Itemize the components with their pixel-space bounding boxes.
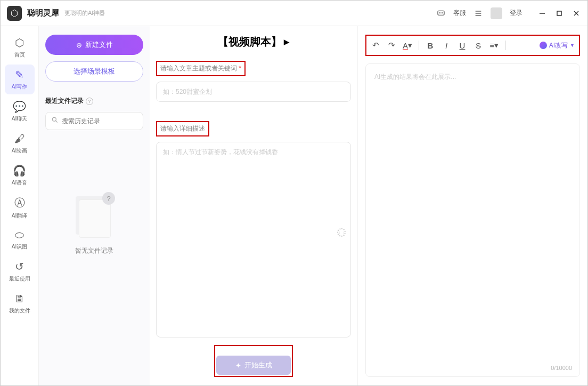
support-icon[interactable] xyxy=(436,9,446,18)
translate-icon: Ⓐ xyxy=(14,196,25,210)
sidebar: ⬡ 首页 ✎ AI写作 💬 AI聊天 🖌 AI绘画 🎧 AI语音 Ⓐ AI翻译 … xyxy=(1,26,39,385)
chevron-down-icon: ▼ xyxy=(570,43,575,48)
recent-icon: ↺ xyxy=(15,260,24,273)
sidebar-item-home[interactable]: ⬡ 首页 xyxy=(5,33,35,62)
menu-icon[interactable] xyxy=(473,9,483,18)
italic-icon[interactable]: I xyxy=(442,41,451,50)
desc-label: 请输入详细描述 xyxy=(156,121,209,136)
files-icon: 🗎 xyxy=(14,293,25,305)
redo-icon[interactable]: ↷ xyxy=(387,41,396,50)
minimize-icon[interactable] xyxy=(537,9,547,18)
sidebar-item-chat[interactable]: 💬 AI聊天 xyxy=(5,96,35,126)
text-color-icon[interactable]: A▾ xyxy=(403,41,412,50)
help-icon[interactable]: ? xyxy=(86,98,93,105)
app-logo-icon xyxy=(7,6,22,21)
drag-handle-icon[interactable]: ⋮⋮ xyxy=(337,228,346,237)
search-icon xyxy=(51,116,59,126)
char-counter: 0/10000 xyxy=(551,365,572,371)
undo-icon[interactable]: ↶ xyxy=(371,41,380,50)
topic-input[interactable] xyxy=(156,82,351,102)
image-icon: ⬭ xyxy=(15,229,24,241)
panel-right: ↶ ↷ A▾ B I U S ≡▾ AI改写 ▼ AI生成的结果将会在此展示..… xyxy=(357,26,587,385)
page-title: 【视频脚本】 ▶ xyxy=(156,35,351,49)
write-icon: ✎ xyxy=(15,68,24,81)
svg-rect-8 xyxy=(557,11,561,15)
plus-icon: ⊕ xyxy=(76,41,82,49)
search-input[interactable] xyxy=(62,117,142,125)
app-slogan: 更聪明的AI神器 xyxy=(64,9,105,17)
ai-dot-icon xyxy=(540,42,547,49)
app-name: 聪明灵犀 xyxy=(27,8,59,18)
sidebar-item-recent[interactable]: ↺ 最近使用 xyxy=(5,256,35,286)
generate-button[interactable]: ✦ 开始生成 xyxy=(216,356,291,375)
sidebar-item-image[interactable]: ⬭ AI识图 xyxy=(5,224,35,254)
sidebar-item-write[interactable]: ✎ AI写作 xyxy=(5,65,35,94)
sparkle-icon: ✦ xyxy=(235,361,241,369)
choose-template-button[interactable]: 选择场景模板 xyxy=(45,61,143,82)
close-icon[interactable] xyxy=(571,9,581,18)
sidebar-item-voice[interactable]: 🎧 AI语音 xyxy=(5,160,35,190)
paint-icon: 🖌 xyxy=(14,133,25,145)
align-icon[interactable]: ≡▾ xyxy=(489,41,499,50)
sidebar-item-translate[interactable]: Ⓐ AI翻译 xyxy=(5,192,35,222)
bold-icon[interactable]: B xyxy=(426,41,435,50)
svg-point-1 xyxy=(439,13,440,13)
titlebar: 聪明灵犀 更聪明的AI神器 客服 登录 xyxy=(1,1,587,26)
topic-label: 请输入文章主题或者关键词 * xyxy=(156,61,246,76)
home-icon: ⬡ xyxy=(15,36,24,49)
desc-textarea[interactable] xyxy=(156,142,351,337)
sidebar-item-paint[interactable]: 🖌 AI绘画 xyxy=(5,128,35,158)
output-placeholder: AI生成的结果将会在此展示... xyxy=(374,73,571,82)
svg-point-2 xyxy=(441,13,442,13)
underline-icon[interactable]: U xyxy=(458,41,467,50)
voice-icon: 🎧 xyxy=(13,164,26,177)
maximize-icon[interactable] xyxy=(554,9,564,18)
search-box[interactable] xyxy=(45,112,143,130)
avatar[interactable] xyxy=(491,7,502,19)
new-file-button[interactable]: ⊕ 新建文件 xyxy=(45,35,143,55)
login-label[interactable]: 登录 xyxy=(510,9,522,18)
ai-rewrite-button[interactable]: AI改写 ▼ xyxy=(540,41,575,50)
empty-icon: ? xyxy=(76,194,113,237)
editor-toolbar: ↶ ↷ A▾ B I U S ≡▾ AI改写 ▼ xyxy=(365,35,580,56)
output-box[interactable]: AI生成的结果将会在此展示... 0/10000 xyxy=(365,63,580,377)
svg-point-3 xyxy=(442,13,443,13)
strike-icon[interactable]: S xyxy=(473,41,483,50)
sidebar-item-files[interactable]: 🗎 我的文件 xyxy=(5,288,35,318)
chat-icon: 💬 xyxy=(13,100,26,113)
empty-state: ? 暂无文件记录 xyxy=(45,194,143,255)
play-icon[interactable]: ▶ xyxy=(284,38,289,46)
svg-point-11 xyxy=(52,117,56,121)
panel-left: ⊕ 新建文件 选择场景模板 最近文件记录 ? ? 暂无文件记录 xyxy=(39,26,150,385)
svg-line-12 xyxy=(56,121,58,123)
support-label[interactable]: 客服 xyxy=(453,9,466,18)
empty-text: 暂无文件记录 xyxy=(75,246,113,255)
recent-files-title: 最近文件记录 ? xyxy=(45,96,143,106)
panel-mid: 【视频脚本】 ▶ 请输入文章主题或者关键词 * 请输入详细描述 ✦ 开始生成 xyxy=(150,26,357,385)
